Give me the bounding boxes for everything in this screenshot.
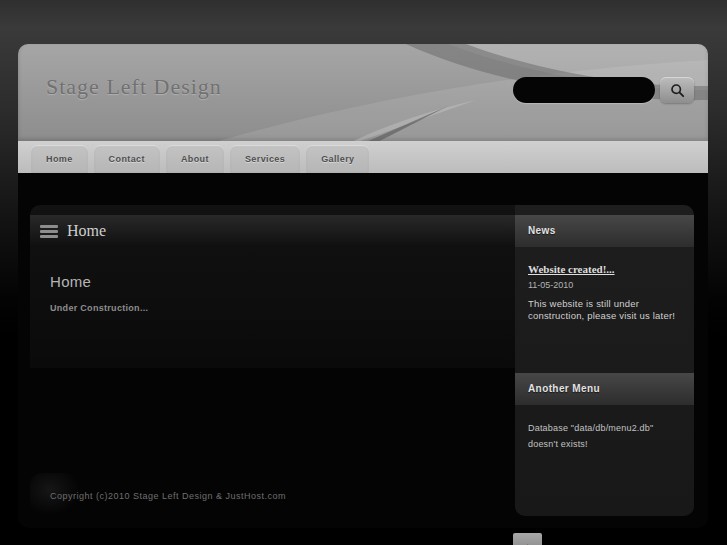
menu-hamburger-icon <box>40 225 58 238</box>
search-input[interactable] <box>513 77 655 103</box>
nav-tab-about[interactable]: About <box>166 145 224 173</box>
site-header: Stage Left Design <box>18 44 708 141</box>
nav-tab-gallery[interactable]: Gallery <box>306 145 369 173</box>
under-construction-text: Under Construction... <box>50 303 515 313</box>
another-menu-section-header: Another Menu <box>515 373 694 405</box>
site-container: Stage Left Design Home Contact About Ser… <box>18 44 708 528</box>
page: Stage Left Design Home Contact About Ser… <box>0 0 727 545</box>
main-navigation: Home Contact About Services Gallery <box>18 141 708 173</box>
search-button[interactable] <box>660 77 694 103</box>
scroll-to-top-button[interactable]: ▲ <box>513 533 542 545</box>
site-logo: Stage Left Design <box>46 74 222 100</box>
copyright-text: Copyright (c)2010 Stage Left Design & Ju… <box>50 491 286 501</box>
news-item-date: 11-05-2010 <box>528 280 681 290</box>
main-area: Home Home Under Construction... News Web… <box>18 173 708 528</box>
content-panel: Home Home Under Construction... <box>30 205 515 368</box>
nav-tab-services[interactable]: Services <box>230 145 300 173</box>
content-titlebar: Home <box>30 215 515 247</box>
menu-error-text: Database "data/db/menu2.db" doesn't exis… <box>528 421 681 453</box>
sidebar: News Website created!... 11-05-2010 This… <box>515 205 694 516</box>
content-title: Home <box>67 222 106 240</box>
news-section-body: Website created!... 11-05-2010 This webs… <box>515 247 694 363</box>
news-section-header: News <box>515 215 694 247</box>
nav-tab-home[interactable]: Home <box>31 145 88 173</box>
page-heading: Home <box>50 273 515 290</box>
news-item-link[interactable]: Website created!... <box>528 263 615 275</box>
news-item-text: This website is still under construction… <box>528 298 681 323</box>
search-icon <box>670 83 685 98</box>
nav-tab-contact[interactable]: Contact <box>94 145 160 173</box>
another-menu-section-body: Database "data/db/menu2.db" doesn't exis… <box>515 405 694 453</box>
